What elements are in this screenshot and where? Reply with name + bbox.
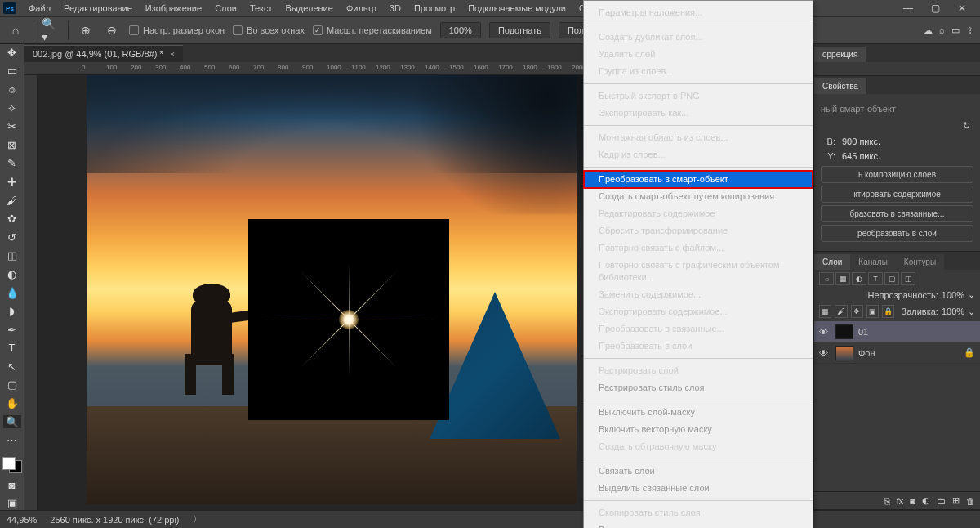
menu-layers[interactable]: Слои xyxy=(209,2,243,15)
dodge-tool-icon[interactable]: ◗ xyxy=(3,304,21,318)
context-menu-item[interactable]: Удалить слой xyxy=(584,46,813,63)
window-maximize-icon[interactable]: ▢ xyxy=(925,1,946,16)
stamp-tool-icon[interactable]: ✿ xyxy=(3,212,21,226)
context-menu-item[interactable]: Параметры наложения... xyxy=(584,4,813,21)
opacity-value[interactable]: 100% xyxy=(942,290,964,300)
shape-tool-icon[interactable]: ▢ xyxy=(3,378,21,392)
marquee-tool-icon[interactable]: ▭ xyxy=(3,65,21,78)
panel-tab-properties[interactable]: Свойства xyxy=(814,78,866,94)
edit-contents-button[interactable]: ктировать содержимое xyxy=(821,186,973,203)
menu-plugins[interactable]: Подключаемые модули xyxy=(462,2,572,15)
gradient-tool-icon[interactable]: ◐ xyxy=(3,267,21,281)
adjustment-layer-icon[interactable]: ◐ xyxy=(922,495,930,506)
layer-row[interactable]: 👁 01 xyxy=(814,321,980,342)
status-arrow-icon[interactable]: 〉 xyxy=(193,513,202,526)
fit-screen-button[interactable]: Подогнать xyxy=(489,22,550,38)
eyedropper-tool-icon[interactable]: ✎ xyxy=(3,157,21,171)
zoom-level[interactable]: 44,95% xyxy=(7,515,37,525)
filter-shape-icon[interactable]: ▢ xyxy=(884,272,899,285)
lock-artboard-icon[interactable]: ▣ xyxy=(866,305,879,318)
context-menu-item[interactable]: Экспортировать содержимое... xyxy=(584,303,813,320)
lock-pixels-icon[interactable]: 🖌 xyxy=(835,305,847,318)
reset-icon[interactable]: ↻ xyxy=(963,120,970,130)
menu-3d[interactable]: 3D xyxy=(384,2,407,15)
context-menu-item[interactable]: Заменить содержимое... xyxy=(584,286,813,303)
lock-transparent-icon[interactable]: ▦ xyxy=(819,305,831,318)
context-menu-item[interactable]: Быстрый экспорт в PNG xyxy=(584,87,813,105)
panel-tab-paths[interactable]: Контуры xyxy=(896,254,944,270)
menu-filter[interactable]: Фильтр xyxy=(341,2,382,15)
delete-layer-icon[interactable]: 🗑 xyxy=(966,496,975,506)
group-icon[interactable]: 🗀 xyxy=(937,496,946,506)
context-menu-item[interactable]: Монтажная область из слоев... xyxy=(584,129,813,146)
convert-linked-button[interactable]: бразовать в связанные... xyxy=(821,205,973,222)
context-menu-item[interactable]: Преобразовать в слои xyxy=(584,338,813,355)
menu-view[interactable]: Просмотр xyxy=(408,2,461,15)
menu-edit[interactable]: Редактирование xyxy=(58,2,138,15)
zoom-out-icon[interactable]: ⊖ xyxy=(103,21,121,39)
context-menu-item[interactable]: Преобразовать в связанные... xyxy=(584,320,813,338)
close-tab-icon[interactable]: × xyxy=(170,49,175,59)
context-menu-item[interactable]: Сбросить трансформирование xyxy=(584,222,813,239)
window-minimize-icon[interactable]: — xyxy=(898,1,919,16)
lock-position-icon[interactable]: ✥ xyxy=(851,305,863,318)
context-menu-item[interactable]: Повторно связать с графическим объектом … xyxy=(584,257,813,286)
context-menu-item[interactable]: Повторно связать с файлом... xyxy=(584,239,813,257)
context-menu-item[interactable]: Создать дубликат слоя... xyxy=(584,29,813,46)
history-brush-tool-icon[interactable]: ↺ xyxy=(3,230,21,244)
filter-smart-icon[interactable]: ◫ xyxy=(901,272,915,285)
window-close-icon[interactable]: ✕ xyxy=(952,1,972,16)
blur-tool-icon[interactable]: 💧 xyxy=(3,286,21,300)
layer-name[interactable]: 01 xyxy=(858,327,868,337)
layer-style-icon[interactable]: fx xyxy=(897,496,904,506)
heal-tool-icon[interactable]: ✚ xyxy=(3,175,21,189)
context-menu-item[interactable]: Группа из слоев... xyxy=(584,63,813,80)
filter-adjust-icon[interactable]: ◐ xyxy=(852,272,866,285)
link-layers-icon[interactable]: ⎘ xyxy=(884,496,890,506)
menu-file[interactable]: Файл xyxy=(23,2,56,15)
quickmask-icon[interactable]: ◙ xyxy=(3,478,21,492)
filter-type-icon[interactable]: T xyxy=(868,272,883,285)
zoom-tool-icon[interactable]: 🔍 ▾ xyxy=(42,21,60,39)
lock-all-icon[interactable]: 🔒 xyxy=(882,305,894,318)
cloud-icon[interactable]: ☁ xyxy=(924,25,933,36)
crop-tool-icon[interactable]: ✂ xyxy=(3,119,21,133)
convert-layers-button[interactable]: реобразовать в слои xyxy=(821,225,973,242)
zoom-100-button[interactable]: 100% xyxy=(440,22,481,38)
document-tab[interactable]: 002.jpg @ 44,9% (01, RGB/8#) *× xyxy=(24,45,183,62)
context-menu-item[interactable]: Редактировать содержимое xyxy=(584,205,813,222)
layer-filter-icon[interactable]: ⌕ xyxy=(819,272,834,285)
search-icon[interactable]: ⌕ xyxy=(939,25,945,35)
frame-tool-icon[interactable]: ⊠ xyxy=(3,138,21,152)
scrub-zoom-checkbox[interactable]: ✓ xyxy=(313,25,323,35)
panel-tab-layers[interactable]: Слои xyxy=(814,254,850,270)
brush-tool-icon[interactable]: 🖌 xyxy=(3,194,21,208)
menu-image[interactable]: Изображение xyxy=(140,2,207,15)
context-menu-item[interactable]: Экспортировать как... xyxy=(584,105,813,122)
eraser-tool-icon[interactable]: ◫ xyxy=(3,249,21,263)
layer-thumb[interactable] xyxy=(835,324,853,339)
layer-thumb[interactable] xyxy=(835,346,853,360)
pen-tool-icon[interactable]: ✒ xyxy=(3,323,21,337)
layer-name[interactable]: Фон xyxy=(858,348,875,358)
zoom-tool-icon[interactable]: 🔍 xyxy=(3,415,21,429)
context-menu-item-highlighted[interactable]: Преобразовать в смарт-объект xyxy=(584,171,813,188)
panel-tab-correction[interactable]: оррекция xyxy=(814,47,866,62)
context-menu-item[interactable]: Растрировать слой xyxy=(584,362,813,379)
path-select-tool-icon[interactable]: ↖ xyxy=(3,360,21,374)
screenmode-icon[interactable]: ▣ xyxy=(3,497,21,511)
new-layer-icon[interactable]: ⊞ xyxy=(952,495,960,506)
share-icon[interactable]: ⇪ xyxy=(966,25,973,36)
home-icon[interactable]: ⌂ xyxy=(7,21,24,39)
workspace-icon[interactable]: ▭ xyxy=(951,25,960,36)
menu-select[interactable]: Выделение xyxy=(280,2,339,15)
resize-windows-checkbox[interactable] xyxy=(129,25,139,35)
hand-tool-icon[interactable]: ✋ xyxy=(3,396,21,410)
move-tool-icon[interactable]: ✥ xyxy=(3,46,21,60)
more-tools-icon[interactable]: ⋯ xyxy=(3,433,21,447)
menu-text[interactable]: Текст xyxy=(244,2,278,15)
panel-tab-channels[interactable]: Каналы xyxy=(850,254,896,270)
context-menu-item[interactable]: Кадр из слоев... xyxy=(584,146,813,163)
visibility-icon[interactable]: 👁 xyxy=(819,348,831,358)
layer-comp-button[interactable]: ь композицию слоев xyxy=(821,166,973,183)
